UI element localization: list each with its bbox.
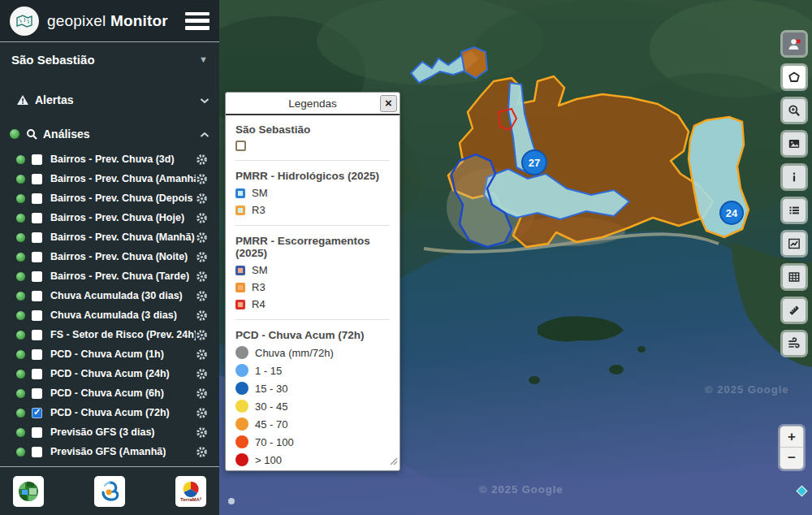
layer-checkbox[interactable] bbox=[32, 193, 42, 204]
layer-row[interactable]: Bairros - Prev. Chuva (Hoje) bbox=[0, 208, 219, 227]
layer-row[interactable]: Bairros - Prev. Chuva (Manhã) bbox=[0, 227, 219, 247]
gear-icon[interactable] bbox=[196, 348, 208, 361]
info-button[interactable] bbox=[783, 166, 806, 188]
gear-icon[interactable] bbox=[196, 407, 208, 419]
gear-icon[interactable] bbox=[196, 387, 208, 400]
hamburger-menu-icon[interactable] bbox=[185, 12, 209, 30]
gear-icon[interactable] bbox=[196, 251, 208, 263]
legend-panel[interactable]: Legendas × São Sebastião PMRR - Hidrológ… bbox=[225, 92, 400, 471]
layer-row[interactable]: Bairros - Prev. Chuva (3d) bbox=[0, 149, 219, 169]
gear-icon[interactable] bbox=[196, 368, 208, 380]
close-icon[interactable]: × bbox=[380, 95, 397, 112]
gear-icon[interactable] bbox=[196, 232, 208, 244]
legend-item-label: 15 - 30 bbox=[255, 383, 287, 395]
chevron-down-icon bbox=[200, 93, 209, 106]
google-watermark: © 2025 Google bbox=[479, 483, 564, 496]
terrama-logo[interactable]: TerraMA² bbox=[175, 476, 206, 507]
gear-icon[interactable] bbox=[196, 446, 208, 458]
status-dot-icon bbox=[16, 389, 25, 398]
gear-icon[interactable] bbox=[196, 426, 208, 439]
sidebar: geopixel Monitor São Sebastião ▼ Alertas bbox=[0, 0, 219, 515]
gear-icon[interactable] bbox=[196, 329, 208, 341]
layer-checkbox[interactable] bbox=[32, 154, 42, 165]
layer-checkbox[interactable] bbox=[32, 427, 42, 438]
layer-row[interactable]: PCD - Chuva Acum (1h) bbox=[0, 344, 219, 364]
geopixel-globe-logo[interactable] bbox=[13, 476, 44, 507]
layer-label: Bairros - Prev. Chuva (3d) bbox=[50, 154, 175, 165]
layer-row[interactable]: PCD - Chuva Acum (24h) bbox=[0, 364, 219, 383]
wind-button[interactable] bbox=[783, 332, 806, 355]
layer-checkbox[interactable] bbox=[32, 252, 42, 262]
layer-row[interactable]: FS - Setor de Risco (Prev. 24h) bbox=[0, 325, 219, 344]
layer-checkbox[interactable] bbox=[32, 369, 42, 379]
layer-label: Bairros - Prev. Chuva (Tarde) bbox=[50, 270, 189, 282]
layer-row[interactable]: Bairros - Prev. Chuva (Noite) bbox=[0, 247, 219, 266]
legend-item: 30 - 45 bbox=[235, 400, 390, 413]
gear-icon[interactable] bbox=[196, 193, 208, 205]
layer-label: Chuva Acumulada (30 dias) bbox=[50, 290, 183, 301]
layer-label: Previsão GFS (Amanhã) bbox=[50, 446, 166, 457]
pcd-marker-27[interactable]: 27 bbox=[522, 150, 546, 175]
legend-header[interactable]: Legendas × bbox=[226, 93, 400, 115]
zoom-search-button[interactable] bbox=[783, 99, 806, 122]
pcd-marker-24[interactable]: 24 bbox=[720, 201, 743, 224]
gear-icon[interactable] bbox=[196, 270, 208, 283]
layer-checkbox[interactable] bbox=[32, 447, 42, 457]
sidebar-item-analyses[interactable]: Análises bbox=[0, 120, 219, 148]
layer-row[interactable]: PCD - Chuva Acum (72h) bbox=[0, 403, 219, 422]
legend-item: 45 - 70 bbox=[235, 418, 390, 431]
layer-row[interactable]: Previsão GFS (Amanhã) bbox=[0, 442, 219, 461]
table-button[interactable] bbox=[783, 266, 806, 288]
layer-checkbox[interactable] bbox=[32, 232, 42, 243]
inpe-logo[interactable] bbox=[94, 476, 125, 507]
terrama-label: TerraMA² bbox=[180, 497, 201, 502]
swatch-square bbox=[235, 206, 245, 215]
layer-checkbox[interactable] bbox=[32, 291, 42, 301]
layer-row[interactable]: Previsão GFS (3 dias) bbox=[0, 422, 219, 442]
swatch-circle bbox=[235, 346, 248, 359]
sidebar-item-alerts[interactable]: Alertas bbox=[0, 86, 219, 114]
layer-label: PCD - Chuva Acum (1h) bbox=[50, 348, 164, 360]
zoom-in-button[interactable]: + bbox=[780, 426, 803, 448]
legend-title: Legendas bbox=[226, 97, 400, 110]
layer-label: Bairros - Prev. Chuva (Amanhã) bbox=[50, 173, 196, 184]
layer-row[interactable]: PCD - Chuva Acum (6h) bbox=[0, 383, 219, 403]
swatch-square bbox=[235, 188, 245, 198]
layer-row[interactable]: Chuva Acumulada (3 dias) bbox=[0, 305, 219, 325]
layer-checkbox[interactable] bbox=[32, 174, 42, 184]
gear-icon[interactable] bbox=[196, 309, 208, 322]
gear-icon[interactable] bbox=[196, 212, 208, 224]
swatch-square bbox=[235, 300, 245, 309]
layer-list-button[interactable] bbox=[783, 199, 806, 222]
landslide-items: SM R3 R4 bbox=[235, 264, 390, 310]
status-dot-icon bbox=[16, 331, 25, 340]
line-chart-button[interactable] bbox=[783, 232, 806, 255]
layer-checkbox[interactable] bbox=[32, 213, 42, 223]
legend-section-pcd: PCD - Chuva Acum (72h) bbox=[235, 329, 390, 341]
layer-row[interactable]: Bairros - Prev. Chuva (Tarde) bbox=[0, 266, 219, 286]
swatch-circle bbox=[235, 453, 248, 466]
layer-checkbox[interactable] bbox=[32, 408, 42, 418]
gear-icon[interactable] bbox=[196, 173, 208, 185]
gear-icon[interactable] bbox=[196, 290, 208, 302]
draw-polygon-button[interactable] bbox=[783, 66, 806, 89]
layer-checkbox[interactable] bbox=[32, 330, 42, 340]
layer-row[interactable]: Chuva Acumulada (30 dias) bbox=[0, 286, 219, 305]
layer-row[interactable]: Bairros - Prev. Chuva (Depois A.) bbox=[0, 188, 219, 208]
legend-item: 70 - 100 bbox=[235, 435, 390, 448]
layer-checkbox[interactable] bbox=[32, 349, 42, 360]
legend-item-label: SM bbox=[252, 187, 268, 199]
resize-handle[interactable] bbox=[390, 454, 398, 469]
layer-checkbox[interactable] bbox=[32, 271, 42, 282]
region-selector[interactable]: São Sebastião ▼ bbox=[0, 42, 219, 76]
basemap-image-button[interactable] bbox=[783, 132, 806, 155]
gear-icon[interactable] bbox=[196, 154, 208, 166]
layer-checkbox[interactable] bbox=[32, 466, 42, 467]
warning-triangle-icon bbox=[16, 94, 29, 106]
layer-checkbox[interactable] bbox=[32, 388, 42, 399]
remove-user-button[interactable] bbox=[783, 32, 806, 55]
measure-ruler-button[interactable] bbox=[783, 299, 806, 322]
zoom-out-button[interactable]: − bbox=[780, 448, 803, 469]
layer-row[interactable]: Bairros - Prev. Chuva (Amanhã) bbox=[0, 169, 219, 188]
layer-checkbox[interactable] bbox=[32, 310, 42, 321]
